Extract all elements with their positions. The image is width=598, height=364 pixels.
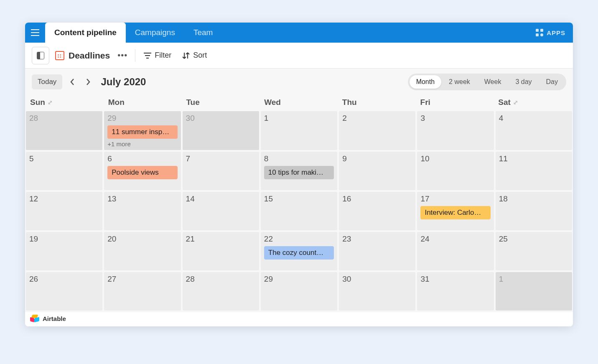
range-day[interactable]: Day [539,75,565,89]
sort-button[interactable]: Sort [180,49,209,61]
calendar-cell[interactable]: 7 [183,152,259,190]
calendar-cell[interactable]: 30 [183,111,259,150]
calendar-cell[interactable]: 29 [261,272,337,311]
today-button[interactable]: Today [32,74,62,89]
range-label: Day [546,78,558,85]
calendar-cell[interactable]: 25 [496,232,572,270]
calendar-week: 56Poolside views7810 tips for maki…91011 [26,152,572,190]
day-header-tue: Tue [182,98,260,107]
chevron-right-icon [86,79,90,85]
day-number: 25 [499,234,569,244]
calendar-cell[interactable]: 30 [339,272,415,311]
range-label: Week [484,78,501,85]
day-number: 24 [420,234,490,244]
calendar-cell[interactable]: 22The cozy count… [261,232,337,270]
day-header-label: Thu [342,98,357,107]
view-more-menu[interactable]: ••• [116,51,129,60]
side-panel-toggle[interactable] [32,47,49,64]
day-number: 9 [342,154,412,163]
chevron-left-icon [70,79,74,85]
month-label: July 2020 [101,76,146,88]
calendar-cell[interactable]: 10 [417,152,494,190]
calendar-cell[interactable]: 19 [26,232,102,270]
calendar-cell[interactable]: 9 [339,152,415,190]
divider [135,49,135,62]
tab-campaigns[interactable]: Campaigns [126,23,184,43]
day-number: 5 [29,154,99,163]
calendar-cell[interactable]: 1 [496,272,572,311]
calendar-cell[interactable]: 17Interview: Carlo… [417,192,494,230]
calendar-cell[interactable]: 14 [183,192,259,230]
day-header-sat: Sat⤢ [494,98,572,107]
today-label: Today [38,78,56,86]
tab-label: Campaigns [135,28,175,37]
tab-team[interactable]: Team [184,23,222,43]
calendar-cell[interactable]: 18 [496,192,572,230]
day-number: 30 [186,114,256,123]
day-header-label: Sun [30,98,45,107]
range-label: 2 week [449,78,470,85]
day-number: 26 [29,275,99,284]
calendar-event[interactable]: Poolside views [107,166,177,179]
day-header-label: Wed [264,98,281,107]
prev-month-button[interactable] [66,76,78,88]
calendar-event[interactable]: Interview: Carlo… [420,206,490,219]
calendar-cell[interactable]: 2 [339,111,415,150]
sort-icon [182,52,190,59]
day-number: 14 [186,194,256,204]
day-number: 4 [499,114,569,123]
calendar-event[interactable]: 10 tips for maki… [264,166,334,179]
day-header-fri: Fri [416,98,494,107]
day-number: 16 [342,194,412,204]
next-month-button[interactable] [82,76,94,88]
day-number: 28 [186,275,256,284]
calendar-cell[interactable]: 28 [26,111,102,150]
menu-icon[interactable] [25,23,45,43]
tab-content-pipeline[interactable]: Content pipeline [45,23,126,43]
calendar-cell[interactable]: 11 [496,152,572,190]
expand-icon[interactable]: ⤢ [513,99,518,106]
calendar-cell[interactable]: 6Poolside views [104,152,181,190]
calendar-cell[interactable]: 20 [104,232,181,270]
expand-icon[interactable]: ⤢ [48,99,53,106]
svg-rect-0 [536,29,539,32]
calendar-cell[interactable]: 12 [26,192,102,230]
calendar-event[interactable]: 11 summer insp… [107,125,177,139]
range-week[interactable]: Week [478,75,508,89]
calendar-cell[interactable]: 15 [261,192,337,230]
calendar-cell[interactable]: 4 [496,111,572,150]
svg-rect-2 [536,33,539,36]
calendar-cell[interactable]: 16 [339,192,415,230]
day-header-thu: Thu [338,98,416,107]
day-number: 13 [107,194,177,204]
calendar-cell[interactable]: 26 [26,272,102,311]
calendar-cell[interactable]: 27 [104,272,181,311]
calendar-cell[interactable]: 3 [417,111,494,150]
filter-button[interactable]: Filter [141,49,174,61]
calendar-cell[interactable]: 5 [26,152,102,190]
apps-button[interactable]: APPS [536,23,565,43]
range-month[interactable]: Month [410,75,441,89]
range-2week[interactable]: 2 week [442,75,477,89]
day-number: 30 [342,275,412,284]
calendar-cell[interactable]: 1 [261,111,337,150]
calendar-event[interactable]: The cozy count… [264,246,334,260]
airtable-logo-icon [30,315,39,322]
calendar-week: 2627282930311 [26,272,572,311]
calendar-cell[interactable]: 13 [104,192,181,230]
range-3day[interactable]: 3 day [509,75,538,89]
calendar-cell[interactable]: 24 [417,232,494,270]
calendar-cell[interactable]: 23 [339,232,415,270]
day-number: 20 [107,234,177,244]
calendar-cell[interactable]: 2911 summer insp…+1 more [104,111,181,150]
calendar-icon [55,51,64,60]
view-name-label: Deadlines [69,51,110,61]
day-header-label: Sat [498,98,511,107]
calendar-cell[interactable]: 28 [183,272,259,311]
calendar-cell[interactable]: 21 [183,232,259,270]
svg-rect-3 [540,33,543,36]
more-events-link[interactable]: +1 more [107,140,177,148]
calendar-cell[interactable]: 810 tips for maki… [261,152,337,190]
view-name[interactable]: Deadlines [55,51,110,61]
calendar-cell[interactable]: 31 [417,272,494,311]
